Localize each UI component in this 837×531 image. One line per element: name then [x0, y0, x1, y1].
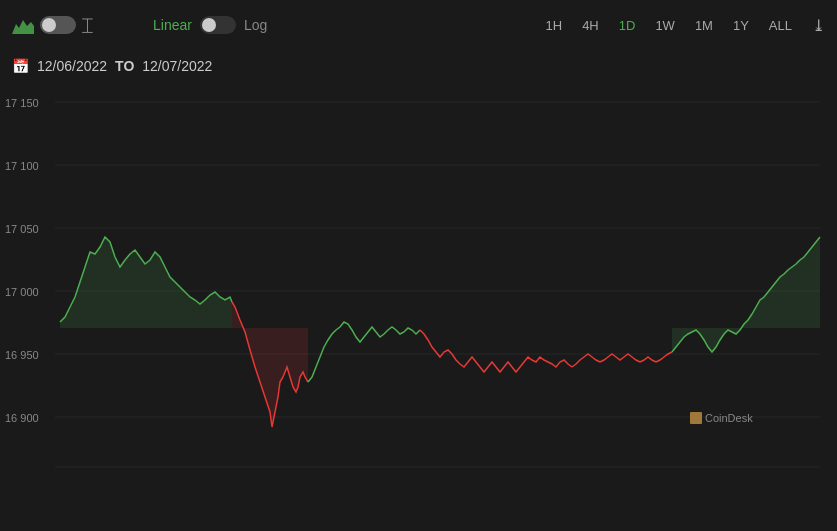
- svg-text:03:00: 03:00: [626, 480, 654, 492]
- svg-marker-15: [60, 237, 232, 328]
- time-btn-1w[interactable]: 1W: [647, 16, 683, 35]
- time-btn-1h[interactable]: 1H: [538, 16, 571, 35]
- chart-type-toggle[interactable]: [40, 16, 76, 34]
- linear-label[interactable]: Linear: [153, 17, 192, 33]
- chart-type-icons: ⌶: [12, 15, 93, 36]
- svg-text:18:00: 18:00: [347, 480, 375, 492]
- time-period-buttons: 1H 4H 1D 1W 1M 1Y ALL ⤓: [538, 16, 825, 35]
- log-label[interactable]: Log: [244, 17, 267, 33]
- svg-text:CoinDesk: CoinDesk: [705, 412, 753, 424]
- scale-toggle-knob: [202, 18, 216, 32]
- time-btn-1y[interactable]: 1Y: [725, 16, 757, 35]
- svg-marker-17: [672, 237, 820, 352]
- chart-toolbar: ⌶ Linear Log 1H 4H 1D 1W 1M 1Y ALL ⤓: [0, 0, 837, 50]
- date-range-bar: 📅 12/06/2022 TO 12/07/2022: [0, 50, 837, 82]
- scale-labels: Linear Log: [153, 16, 267, 34]
- date-from[interactable]: 12/06/2022: [37, 58, 107, 74]
- area-chart-icon[interactable]: [12, 16, 34, 34]
- scale-toggle[interactable]: [200, 16, 236, 34]
- svg-text:17 100: 17 100: [5, 160, 39, 172]
- date-separator: TO: [115, 58, 134, 74]
- time-btn-all[interactable]: ALL: [761, 16, 800, 35]
- time-btn-1d[interactable]: 1D: [611, 16, 644, 35]
- svg-text:7 Dec: 7 Dec: [533, 480, 562, 492]
- svg-rect-1: [55, 87, 830, 467]
- svg-text:16 900: 16 900: [5, 412, 39, 424]
- bar-chart-icon[interactable]: ⌶: [82, 15, 93, 36]
- calendar-icon[interactable]: 📅: [12, 58, 29, 74]
- svg-text:12:00: 12:00: [161, 480, 189, 492]
- svg-text:Highcharts.com: Highcharts.com: [730, 496, 793, 506]
- chart-area: 17 150 17 100 17 050 17 000 16 950 16 90…: [0, 82, 837, 507]
- svg-text:09:00: 09:00: [68, 480, 96, 492]
- svg-text:17 000: 17 000: [5, 286, 39, 298]
- svg-text:17 150: 17 150: [5, 97, 39, 109]
- svg-text:06:00: 06:00: [719, 480, 747, 492]
- svg-text:17 050: 17 050: [5, 223, 39, 235]
- time-btn-4h[interactable]: 4H: [574, 16, 607, 35]
- download-button[interactable]: ⤓: [812, 16, 825, 35]
- svg-text:21:00: 21:00: [440, 480, 468, 492]
- svg-text:15:00: 15:00: [254, 480, 282, 492]
- svg-text:16 950: 16 950: [5, 349, 39, 361]
- svg-marker-16: [232, 302, 308, 427]
- svg-marker-0: [12, 20, 34, 34]
- toggle-knob: [42, 18, 56, 32]
- price-chart-svg: 17 150 17 100 17 050 17 000 16 950 16 90…: [0, 82, 837, 507]
- date-to[interactable]: 12/07/2022: [142, 58, 212, 74]
- time-btn-1m[interactable]: 1M: [687, 16, 721, 35]
- svg-text:C: C: [690, 415, 696, 424]
